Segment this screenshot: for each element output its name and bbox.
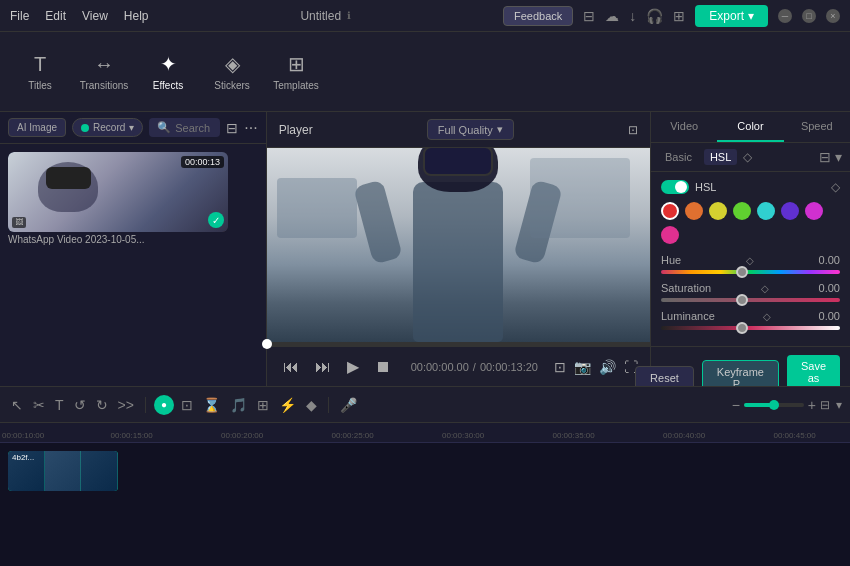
hsl-header: HSL ◇	[661, 180, 840, 194]
tool-titles[interactable]: T Titles	[10, 40, 70, 104]
grid-controls: ⊟ ▾	[820, 398, 842, 412]
color-orange[interactable]	[685, 202, 703, 220]
volume-icon[interactable]: 🔊	[599, 359, 616, 375]
mic-tool[interactable]: 🎤	[337, 394, 360, 416]
subtab-basic[interactable]: Basic	[659, 149, 698, 165]
keyframe-tool[interactable]: ◆	[303, 394, 320, 416]
luminance-slider-section: Luminance ◇ 0.00	[661, 310, 840, 330]
saturation-slider[interactable]	[661, 298, 840, 302]
panel-tabs: Video Color Speed	[651, 112, 850, 143]
diamond-icon: ◇	[743, 150, 752, 164]
stop-button[interactable]: ⏹	[371, 358, 395, 376]
crop-icon[interactable]: ⊡	[554, 359, 566, 375]
luminance-slider[interactable]	[661, 326, 840, 330]
color-green[interactable]	[733, 202, 751, 220]
menu-view[interactable]: View	[82, 9, 108, 23]
hsl-toggle[interactable]: HSL	[661, 180, 716, 194]
media-name: WhatsApp Video 2023-10-05...	[8, 232, 228, 247]
color-blue[interactable]	[781, 202, 799, 220]
redo-tool[interactable]: ↻	[93, 394, 111, 416]
video-progress-bar[interactable]	[267, 342, 650, 346]
cursor-tool[interactable]: ↖	[8, 394, 26, 416]
hue-knob[interactable]	[736, 266, 748, 278]
zoom-knob[interactable]	[769, 400, 779, 410]
ruler-time-2: 00:00:20:00	[221, 431, 263, 440]
hsl-keyframe-icon[interactable]: ◇	[831, 180, 840, 194]
ai-image-button[interactable]: AI Image	[8, 118, 66, 137]
menu-edit[interactable]: Edit	[45, 9, 66, 23]
color-yellow[interactable]	[709, 202, 727, 220]
zoom-in-icon[interactable]: +	[808, 397, 816, 413]
templates-icon: ⊞	[288, 52, 305, 76]
step-back-icon[interactable]: ⏭︎	[311, 358, 335, 376]
tool-templates[interactable]: ⊞ Templates	[266, 40, 326, 104]
cloud-icon: ☁	[605, 8, 619, 24]
grid-icon[interactable]: ⊟	[820, 398, 830, 412]
speed-tool[interactable]: ⌛	[200, 394, 223, 416]
color-magenta[interactable]	[805, 202, 823, 220]
tool-transitions[interactable]: ↔ Transitions	[74, 40, 134, 104]
tab-speed[interactable]: Speed	[784, 112, 850, 142]
headphones-icon: 🎧	[646, 8, 663, 24]
media-check-icon: ✓	[208, 212, 224, 228]
color-cyan[interactable]	[757, 202, 775, 220]
grid-more-icon[interactable]: ▾	[836, 398, 842, 412]
aspect-ratio-icon[interactable]: ⊡	[628, 123, 638, 137]
media-type-icons: 🖼	[12, 217, 26, 228]
apps-icon: ⊞	[673, 8, 685, 24]
sound-tool[interactable]: 🎵	[227, 394, 250, 416]
play-button[interactable]: ▶	[343, 357, 363, 376]
minimize-button[interactable]: ─	[778, 9, 792, 23]
more-tools[interactable]: >>	[115, 394, 137, 416]
search-input[interactable]	[175, 122, 212, 134]
luminance-knob[interactable]	[736, 322, 748, 334]
export-button[interactable]: Export ▾	[695, 5, 768, 27]
undo-tool[interactable]: ↺	[71, 394, 89, 416]
media-duration-badge: 00:00:13	[181, 156, 224, 168]
toggle-switch[interactable]	[661, 180, 689, 194]
progress-handle[interactable]	[262, 339, 272, 349]
right-panel: Video Color Speed Basic HSL ◇ ⊟ ▾ H	[650, 112, 850, 386]
maximize-button[interactable]: □	[802, 9, 816, 23]
sticker-tool[interactable]: ⊞	[254, 394, 272, 416]
main-content: AI Image Record ▾ 🔍 ⊟ ···	[0, 112, 850, 386]
hue-slider[interactable]	[661, 270, 840, 274]
text-tool[interactable]: T	[52, 394, 67, 416]
subtab-hsl[interactable]: HSL	[704, 149, 737, 165]
tab-video[interactable]: Video	[651, 112, 717, 142]
color-red[interactable]	[661, 202, 679, 220]
zoom-out-icon[interactable]: −	[732, 397, 740, 413]
quality-button[interactable]: Full Quality ▾	[427, 119, 514, 140]
more-options-icon[interactable]: ···	[244, 119, 257, 137]
skip-back-icon[interactable]: ⏮	[279, 358, 303, 376]
timeline-mode[interactable]: ●	[154, 395, 174, 415]
zoom-slider[interactable]	[744, 403, 804, 407]
close-button[interactable]: ×	[826, 9, 840, 23]
tab-color[interactable]: Color	[717, 112, 783, 142]
color-pink[interactable]	[661, 226, 679, 244]
tool-stickers[interactable]: ◈ Stickers	[202, 40, 262, 104]
hue-slider-section: Hue ◇ 0.00	[661, 254, 840, 274]
hsl-section: HSL ◇ Hue	[651, 172, 850, 346]
player-controls: ⏮ ⏭︎ ▶ ⏹ 00:00:00.00 / 00:00:13:20 ⊡ 📷 🔊…	[267, 346, 650, 386]
effects-tool[interactable]: ⚡	[276, 394, 299, 416]
tool-effects[interactable]: ✦ Effects	[138, 40, 198, 104]
layers-icon[interactable]: ⊟ ▾	[819, 149, 842, 165]
feedback-button[interactable]: Feedback	[503, 6, 573, 26]
saturation-knob[interactable]	[736, 294, 748, 306]
saturation-keyframe-icon[interactable]: ◇	[761, 283, 769, 294]
media-tag: 🖼	[12, 217, 26, 228]
divider	[145, 397, 146, 413]
timeline: ↖ ✂ T ↺ ↻ >> ● ⊡ ⌛ 🎵 ⊞ ⚡ ◆ 🎤 − +	[0, 386, 850, 566]
cut-tool[interactable]: ✂	[30, 394, 48, 416]
filter-icon[interactable]: ⊟	[226, 120, 238, 136]
menu-help[interactable]: Help	[124, 9, 149, 23]
luminance-keyframe-icon[interactable]: ◇	[763, 311, 771, 322]
menu-file[interactable]: File	[10, 9, 29, 23]
list-item[interactable]: 00:00:13 ✓ 🖼 WhatsApp Video 2023-10-05..…	[8, 152, 258, 247]
hue-keyframe-icon[interactable]: ◇	[746, 255, 754, 266]
snapshot-icon[interactable]: 📷	[574, 359, 591, 375]
ripple-tool[interactable]: ⊡	[178, 394, 196, 416]
timeline-clip[interactable]: 4b2f...	[8, 451, 118, 491]
record-button[interactable]: Record ▾	[72, 118, 143, 137]
